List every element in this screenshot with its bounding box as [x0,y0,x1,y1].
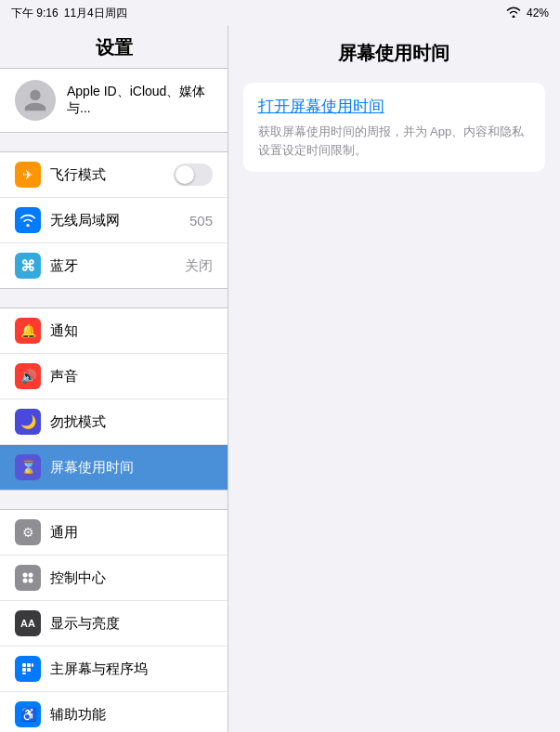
status-right: 42% [506,7,549,20]
settings-group-connectivity: ✈ 飞行模式 无线局域网 505 [0,151,228,289]
sidebar-item-wifi[interactable]: 无线局域网 505 [0,198,228,243]
sound-label: 声音 [50,368,213,386]
status-date: 11月4日周四 [64,6,127,21]
sidebar-title: 设置 [0,26,228,68]
accessibility-icon: ♿ [15,701,41,727]
dnd-label: 勿扰模式 [50,413,213,431]
display-label: 显示与亮度 [50,615,213,633]
sidebar-item-accessibility[interactable]: ♿ 辅助功能 [0,692,228,732]
svg-point-2 [23,579,28,583]
svg-rect-8 [27,668,31,672]
notifications-label: 通知 [50,322,213,340]
airplane-toggle[interactable] [174,163,213,186]
wifi-label: 无线局域网 [50,212,180,229]
svg-point-1 [29,573,33,578]
controlcenter-label: 控制中心 [50,569,213,587]
sound-icon: 🔊 [15,363,41,389]
notifications-icon: 🔔 [15,318,41,344]
wifi-value: 505 [189,213,213,229]
enable-screentime-link[interactable]: 打开屏幕使用时间 [258,96,531,117]
svg-point-3 [29,579,33,583]
sidebar-item-screentime[interactable]: ⌛ 屏幕使用时间 [0,445,228,490]
sidebar: 设置 Apple ID、iCloud、媒体与... ✈ 飞行模式 [0,26,228,732]
status-time: 下午 9:16 [11,6,59,21]
sidebar-item-display[interactable]: AA 显示与亮度 [0,601,228,647]
bluetooth-icon: ⌘ [15,253,41,279]
sidebar-item-dnd[interactable]: 🌙 勿扰模式 [0,399,228,445]
display-icon: AA [15,610,41,636]
sidebar-item-bluetooth[interactable]: ⌘ 蓝牙 关闭 [0,243,228,288]
sidebar-item-airplane[interactable]: ✈ 飞行模式 [0,152,228,198]
general-label: 通用 [50,524,213,542]
dnd-icon: 🌙 [15,409,41,435]
airplane-icon: ✈ [15,162,41,188]
status-left: 下午 9:16 11月4日周四 [11,6,127,21]
status-bar: 下午 9:16 11月4日周四 42% [0,0,560,26]
account-text: Apple ID、iCloud、媒体与... [67,84,213,117]
sidebar-item-homescreen[interactable]: 主屏幕与程序坞 [0,647,228,692]
controlcenter-icon [15,565,41,591]
sidebar-item-controlcenter[interactable]: 控制中心 [0,556,228,601]
airplane-label: 飞行模式 [50,166,164,184]
content-card: 打开屏幕使用时间 获取屏幕使用时间的周报，并为 App、内容和隐私设置设定时间限… [243,83,546,172]
battery-status: 42% [527,7,549,20]
bluetooth-value: 关闭 [185,257,213,275]
general-icon: ⚙ [15,519,41,545]
settings-group-general: ⚙ 通用 控制中心 AA [0,509,228,732]
svg-rect-5 [27,663,31,667]
svg-rect-7 [22,668,26,672]
screentime-label: 屏幕使用时间 [50,459,213,477]
svg-rect-9 [22,673,26,674]
sidebar-item-notifications[interactable]: 🔔 通知 [0,308,228,354]
settings-group-notifications: 🔔 通知 🔊 声音 🌙 勿扰模式 ⌛ [0,307,228,490]
screentime-icon: ⌛ [15,454,41,480]
homescreen-icon [15,656,41,682]
account-row[interactable]: Apple ID、iCloud、媒体与... [0,68,228,133]
homescreen-label: 主屏幕与程序坞 [50,660,213,678]
accessibility-label: 辅助功能 [50,706,213,724]
content-title: 屏幕使用时间 [228,26,561,75]
avatar [15,80,56,121]
svg-point-0 [23,573,28,578]
main-layout: 设置 Apple ID、iCloud、媒体与... ✈ 飞行模式 [0,26,560,732]
svg-rect-6 [32,663,33,667]
svg-rect-4 [22,663,26,667]
wifi-icon [506,7,521,20]
content-area: 屏幕使用时间 打开屏幕使用时间 获取屏幕使用时间的周报，并为 App、内容和隐私… [228,26,561,732]
wifi-setting-icon [15,207,41,233]
sidebar-item-sound[interactable]: 🔊 声音 [0,354,228,399]
bluetooth-label: 蓝牙 [50,257,176,275]
content-description: 获取屏幕使用时间的周报，并为 App、内容和隐私设置设定时间限制。 [258,123,531,159]
sidebar-item-general[interactable]: ⚙ 通用 [0,510,228,556]
